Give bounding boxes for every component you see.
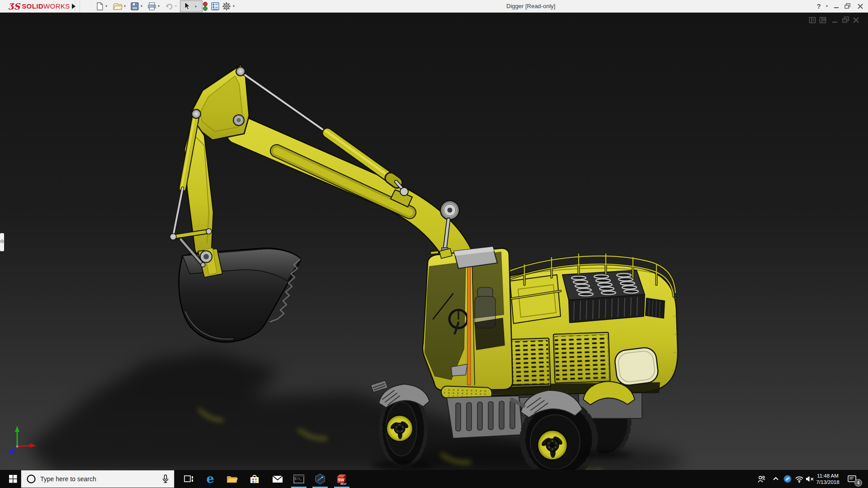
- tray-time: 11:48 AM: [817, 473, 839, 479]
- solidworks-app-icon: SW2017: [336, 473, 348, 485]
- people-icon: [757, 474, 766, 483]
- windows-logo-icon: [9, 475, 17, 483]
- printer-icon: [147, 2, 156, 11]
- properties-list-icon: [211, 2, 220, 11]
- undo-dropdown[interactable]: ▾: [175, 0, 177, 12]
- door-window: [475, 318, 505, 350]
- svg-text:SW: SW: [338, 478, 344, 482]
- hood-panel: [510, 275, 561, 324]
- save-floppy-icon: [130, 2, 139, 11]
- save-dropdown[interactable]: ▾: [141, 0, 142, 12]
- network-button[interactable]: [793, 470, 805, 488]
- print-button[interactable]: [147, 0, 156, 12]
- task-view-button[interactable]: [179, 470, 198, 488]
- stoplight-icon: [202, 1, 209, 12]
- undo-icon: [165, 2, 174, 11]
- edge-icon: e: [206, 474, 214, 484]
- boom-apex-pin: [236, 67, 245, 76]
- feature-pane-tab[interactable]: [0, 233, 4, 251]
- tray-date: 7/13/2018: [816, 479, 839, 485]
- view-orientation-label: *Dimetric: [6, 463, 32, 470]
- door-pillar-orange-stripe: [467, 258, 471, 385]
- minimize-button[interactable]: [831, 0, 842, 12]
- open-dropdown[interactable]: ▾: [124, 0, 126, 12]
- file-properties-button[interactable]: [211, 0, 220, 12]
- edge-button[interactable]: e: [201, 470, 219, 488]
- command-prompt-button[interactable]: C:\_: [290, 470, 308, 488]
- search-placeholder: Type here to search: [40, 475, 161, 483]
- graphics-area[interactable]: *Dimetric: [0, 12, 868, 470]
- gear-icon: [222, 1, 231, 11]
- windows-taskbar: Type here to search e C:\_ SW2017: [0, 470, 868, 488]
- notification-badge: 4: [854, 479, 862, 487]
- mail-icon: [272, 474, 283, 484]
- options-button[interactable]: [222, 0, 231, 12]
- close-icon: [858, 4, 863, 9]
- flyout-arrow-icon: [72, 4, 75, 9]
- new-document-button[interactable]: [96, 0, 104, 12]
- new-document-icon: [96, 2, 104, 11]
- cortana-tray-button[interactable]: [782, 470, 793, 488]
- boom-left-pin: [192, 109, 201, 118]
- composer-button[interactable]: [311, 470, 329, 488]
- help-dropdown[interactable]: ▾: [824, 0, 830, 12]
- store-button[interactable]: [245, 470, 264, 488]
- solidworks-logo: ƷS SOLIDWORKS: [4, 0, 75, 12]
- svg-text:2017: 2017: [340, 483, 347, 485]
- restore-icon: [844, 3, 851, 9]
- title-bar: ƷS SOLIDWORKS ▾ ▾ ▾ ▾ ▾ ▾ ▾ Digger [Read…: [0, 0, 868, 13]
- chevron-up-icon: [772, 475, 779, 483]
- options-dropdown[interactable]: ▾: [233, 0, 235, 12]
- task-view-icon: [183, 474, 194, 484]
- taskbar-search-input[interactable]: Type here to search: [21, 470, 175, 488]
- minimize-icon: [834, 4, 839, 9]
- microphone-icon[interactable]: [161, 474, 170, 484]
- select-dropdown[interactable]: ▾: [195, 5, 197, 9]
- hexagon-app-icon: [314, 473, 326, 485]
- mail-button[interactable]: [269, 470, 287, 488]
- select-tool-button[interactable]: ▾: [180, 0, 203, 12]
- help-button[interactable]: ?: [814, 0, 824, 12]
- tray-overflow-button[interactable]: [770, 470, 782, 488]
- blue-circle-icon: [783, 474, 792, 483]
- start-button[interactable]: [5, 470, 21, 488]
- new-document-dropdown[interactable]: ▾: [105, 0, 107, 12]
- close-button[interactable]: [854, 0, 866, 12]
- cortana-icon: [26, 474, 37, 484]
- rear-window: [613, 347, 659, 387]
- command-prompt-icon: C:\_: [293, 474, 305, 484]
- print-dropdown[interactable]: ▾: [158, 0, 160, 12]
- wifi-icon: [795, 475, 804, 483]
- menu-flyout-button[interactable]: [68, 0, 80, 12]
- model-canvas[interactable]: *Dimetric: [0, 12, 868, 470]
- store-icon: [249, 474, 260, 484]
- svg-text:C:\_: C:\_: [295, 478, 302, 481]
- file-explorer-button[interactable]: [223, 470, 241, 488]
- engine-oval-slots: [571, 273, 638, 296]
- open-button[interactable]: [113, 0, 123, 12]
- cab: [423, 247, 513, 390]
- rebuild-stoplight-button[interactable]: [202, 0, 209, 12]
- undo-button[interactable]: [165, 0, 174, 12]
- people-button[interactable]: [755, 470, 767, 488]
- save-button[interactable]: [130, 0, 139, 12]
- document-title: Digger [Read-only]: [506, 0, 555, 12]
- restore-button[interactable]: [842, 0, 854, 12]
- clock[interactable]: 11:48 AM 7/13/2018: [814, 470, 842, 488]
- select-cursor-icon: [182, 1, 194, 11]
- dassault-logo-glyph: ƷS: [8, 1, 20, 11]
- open-folder-icon: [113, 2, 123, 11]
- file-explorer-icon: [226, 474, 238, 484]
- solidworks-taskbar-button[interactable]: SW2017: [333, 470, 351, 488]
